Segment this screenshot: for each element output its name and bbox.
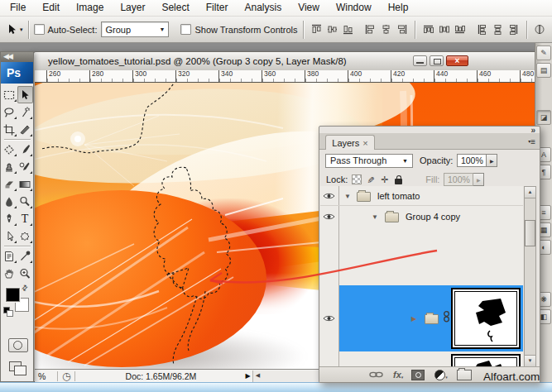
tool-hand[interactable] (2, 265, 17, 282)
foreground-color-swatch[interactable] (6, 288, 20, 302)
screen-mode-button[interactable] (7, 360, 28, 375)
tool-type[interactable]: T (17, 210, 33, 227)
quick-mask-button[interactable] (8, 338, 28, 352)
tool-blur[interactable] (2, 193, 17, 210)
auto-select-dropdown[interactable]: Group ▼ (101, 22, 169, 37)
toolbox-collapse-bar[interactable]: ◀◀ (1, 52, 33, 62)
align-right-edges-button[interactable] (396, 23, 408, 36)
distribute-right-edges-button[interactable] (507, 23, 520, 36)
tool-crop[interactable] (2, 121, 17, 138)
zoom-field[interactable]: % (35, 371, 53, 381)
tool-brush[interactable] (17, 141, 33, 158)
tool-eyedropper[interactable] (17, 247, 33, 265)
status-menu-arrow-icon[interactable]: ▶ (245, 372, 250, 380)
tool-eraser[interactable] (2, 175, 17, 193)
maximize-button[interactable] (430, 55, 444, 66)
lock-position-icon[interactable]: ✛ (379, 174, 390, 185)
menu-layer[interactable]: Layer (112, 0, 153, 16)
distribute-horizontal-centers-button[interactable] (492, 23, 504, 36)
align-top-edges-button[interactable] (310, 23, 323, 36)
tool-move[interactable] (17, 86, 33, 103)
tool-dodge[interactable] (17, 193, 33, 210)
fill-field[interactable]: 100% (444, 173, 473, 186)
menu-edit[interactable]: Edit (34, 0, 68, 16)
tool-gradient[interactable] (17, 175, 33, 193)
layer-row-hidden[interactable]: ▶ (320, 351, 523, 367)
dock-brushes-icon[interactable]: ✎ (536, 45, 551, 60)
expand-triangle-icon[interactable]: ▶ (411, 315, 416, 323)
tool-pen[interactable] (2, 210, 17, 227)
show-transform-checkbox[interactable] (180, 24, 191, 35)
expand-triangle-icon[interactable]: ▼ (344, 193, 351, 200)
align-horizontal-centers-button[interactable] (380, 23, 392, 36)
tool-spot-healing-brush[interactable] (2, 141, 17, 158)
new-group-icon[interactable] (457, 370, 472, 380)
distribute-top-edges-button[interactable] (422, 23, 434, 36)
lock-transparency-icon[interactable] (351, 174, 362, 185)
layer-mask-thumbnail[interactable] (451, 288, 521, 349)
scroll-up-icon[interactable]: ▲ (525, 187, 535, 198)
opacity-slider-icon[interactable]: ▶ (487, 154, 497, 167)
layer-row-group-4-copy[interactable]: ▼ Group 4 copy (320, 207, 523, 227)
minimize-button[interactable] (413, 55, 427, 66)
layer-mask-thumbnail[interactable] (451, 354, 521, 367)
distribute-bottom-edges-button[interactable] (454, 23, 466, 36)
tool-custom-shape[interactable] (17, 227, 33, 245)
visibility-eye-icon[interactable] (323, 314, 335, 323)
tool-zoom[interactable] (17, 265, 33, 282)
tool-notes[interactable] (2, 247, 17, 265)
menu-view[interactable]: View (290, 0, 328, 16)
scroll-left-icon[interactable]: ◀ (256, 372, 260, 379)
menu-image[interactable]: Image (68, 0, 112, 16)
menu-analysis[interactable]: Analysis (236, 0, 290, 16)
align-left-edges-button[interactable] (364, 23, 377, 36)
close-button[interactable]: × (446, 55, 468, 66)
tab-layers[interactable]: Layers × (325, 135, 375, 150)
layer-style-icon[interactable]: fx (393, 370, 401, 380)
tool-lasso[interactable] (2, 103, 17, 121)
blend-mode-dropdown[interactable]: Pass Through ▼ (325, 154, 413, 168)
tool-path-selection[interactable] (2, 227, 17, 245)
dock-eraser-icon[interactable]: ◪ (536, 110, 551, 125)
scroll-down-icon[interactable]: ▼ (525, 355, 535, 366)
dock-swatches-icon[interactable]: ▤ (536, 63, 551, 78)
visibility-eye-icon[interactable] (323, 192, 335, 200)
tool-history-brush[interactable] (17, 158, 33, 175)
tool-rectangular-marquee[interactable] (2, 86, 17, 103)
menu-select[interactable]: Select (153, 0, 197, 16)
add-layer-mask-icon[interactable] (411, 370, 425, 380)
document-title-bar[interactable]: yellow_tomatoes_tutorial.psd @ 200% (Gro… (34, 52, 551, 70)
fill-slider-icon[interactable]: ▶ (473, 173, 484, 186)
auto-align-layers-button[interactable] (534, 23, 546, 36)
distribute-left-edges-button[interactable] (476, 23, 488, 36)
lock-all-icon[interactable] (393, 174, 404, 185)
align-vertical-centers-button[interactable] (326, 23, 338, 36)
link-layers-icon[interactable] (369, 370, 384, 379)
layers-scrollbar[interactable]: ▲ ▼ (524, 186, 536, 367)
default-colors-icon[interactable] (7, 310, 13, 317)
layer-name[interactable]: Group 4 copy (406, 212, 460, 222)
scroll-thumb[interactable] (525, 220, 535, 246)
auto-select-checkbox[interactable] (34, 24, 45, 35)
panel-menu-icon[interactable]: ▾≡ (528, 137, 535, 146)
menu-window[interactable]: Window (328, 0, 380, 16)
expand-triangle-icon[interactable]: ▼ (372, 213, 378, 221)
opacity-field[interactable]: 100% (457, 154, 487, 167)
align-bottom-edges-button[interactable] (342, 23, 354, 36)
visibility-eye-icon[interactable] (323, 213, 335, 221)
doc-size-info[interactable]: Doc: 1.65M/96.2M (94, 371, 227, 381)
menu-help[interactable]: Help (380, 0, 417, 16)
tool-magic-wand[interactable] (17, 103, 33, 121)
adjustment-layer-icon[interactable] (434, 370, 445, 380)
tool-preset-picker[interactable]: ▾ (0, 23, 23, 36)
swap-colors-icon[interactable]: ⇄ (20, 283, 30, 293)
tool-slice[interactable] (17, 121, 33, 138)
layer-row-left-tomato[interactable]: ▼ left tomato (320, 186, 523, 206)
lock-image-icon[interactable]: ✎ (365, 174, 376, 185)
tool-clone-stamp[interactable] (2, 158, 17, 175)
distribute-vertical-centers-button[interactable] (438, 23, 450, 36)
tab-close-icon[interactable]: × (362, 138, 367, 148)
menu-file[interactable]: File (2, 0, 34, 16)
layer-name[interactable]: left tomato (377, 191, 420, 201)
menu-filter[interactable]: Filter (198, 0, 237, 16)
